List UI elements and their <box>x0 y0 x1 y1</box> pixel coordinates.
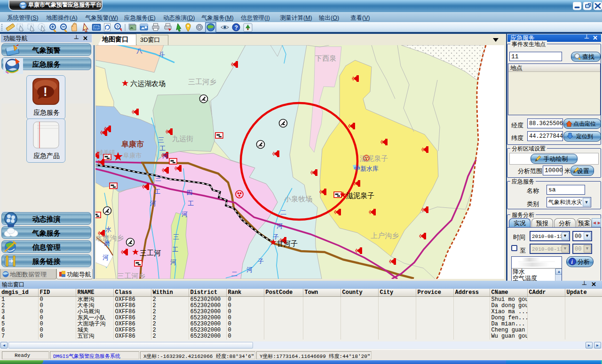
svg-text:中新水库: 中新水库 <box>354 165 379 172</box>
svg-text:滋泥泉子: 滋泥泉子 <box>360 154 388 162</box>
svg-text:三工河: 三工河 <box>140 249 161 257</box>
svg-text:?: ? <box>116 24 119 29</box>
svg-text:磨: 磨 <box>104 240 110 247</box>
svg-text:上户沟乡: 上户沟乡 <box>371 231 399 239</box>
svg-text:河: 河 <box>162 152 168 159</box>
svg-text:城关镇: 城关镇 <box>97 149 115 156</box>
svg-text:三工河乡: 三工河乡 <box>117 272 145 279</box>
svg-text:阜康市: 阜康市 <box>123 152 142 159</box>
svg-text:工: 工 <box>154 188 160 195</box>
svg-text:子: 子 <box>258 258 264 265</box>
svg-text:阜康市: 阜康市 <box>121 140 144 148</box>
svg-text:河: 河 <box>246 266 253 273</box>
svg-text:滋泥泉子: 滋泥泉子 <box>346 191 374 199</box>
svg-text:河: 河 <box>103 254 109 261</box>
svg-text:二: 二 <box>280 209 286 216</box>
svg-text:八: 八 <box>136 47 143 54</box>
svg-text:小泉牧场: 小泉牧场 <box>284 195 312 203</box>
svg-text:应急产品: 应急产品 <box>33 152 60 159</box>
svg-text:三: 三 <box>155 175 161 182</box>
svg-text:应急服务: 应急服务 <box>33 109 60 116</box>
svg-text:河: 河 <box>170 259 176 266</box>
svg-text:甘河子: 甘河子 <box>277 239 298 247</box>
svg-text:工: 工 <box>159 145 166 152</box>
svg-text:二: 二 <box>231 270 238 277</box>
svg-text:三: 三 <box>158 136 164 143</box>
svg-text:四: 四 <box>186 189 192 196</box>
svg-text:三工河乡: 三工河乡 <box>188 78 216 86</box>
svg-text:河: 河 <box>277 222 283 229</box>
svg-text:下西泉: 下西泉 <box>315 54 336 62</box>
svg-text:!: ! <box>43 85 48 99</box>
svg-text:河: 河 <box>150 200 156 207</box>
svg-text:六运湖农场: 六运湖农场 <box>130 79 166 87</box>
svg-text:三: 三 <box>173 233 179 240</box>
svg-text:水: 水 <box>105 226 111 233</box>
svg-text:工: 工 <box>172 246 178 253</box>
svg-text:九运街: 九运街 <box>172 135 193 142</box>
svg-text:河: 河 <box>182 211 188 218</box>
svg-text:?: ? <box>235 24 238 31</box>
svg-text:子: 子 <box>273 233 279 240</box>
svg-text:工: 工 <box>188 200 194 207</box>
svg-text:斗: 斗 <box>158 51 165 58</box>
